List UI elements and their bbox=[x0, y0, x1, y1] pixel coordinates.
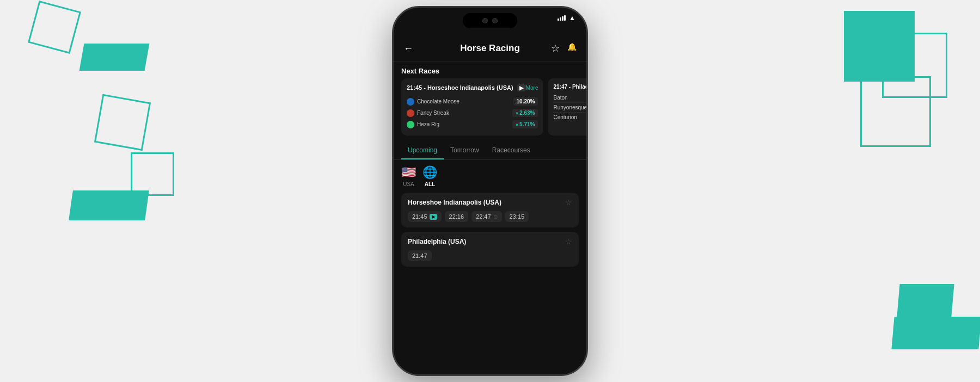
live-badge: ▶ bbox=[430, 214, 437, 220]
bookmark-icon-1: ⊙ bbox=[493, 214, 498, 220]
phone-frame: ▲ ← Horse Racing ☆ 🔔 Next Races bbox=[392, 6, 588, 376]
time-value-2: 22:16 bbox=[449, 213, 464, 220]
time-chip-1[interactable]: 21:45 ▶ bbox=[408, 211, 442, 222]
horse-row-1: Chocolate Moose 10.20% bbox=[407, 96, 538, 107]
times-row-2: 21:47 bbox=[408, 250, 572, 261]
race-title-1: 21:45 - Horseshoe Indianapolis (USA) ▶ bbox=[407, 84, 526, 91]
bg-decoration-1 bbox=[28, 1, 81, 54]
next-races-title: Next Races bbox=[394, 61, 586, 78]
time-chip-3[interactable]: 22:47 ⊙ bbox=[471, 211, 502, 222]
venue-header-1: Horseshoe Indianapolis (USA) ☆ bbox=[408, 198, 572, 207]
times-row-1: 21:45 ▶ 22:16 22:47 ⊙ 23:15 bbox=[408, 211, 572, 222]
screen-header: ← Horse Racing ☆ 🔔 bbox=[394, 35, 586, 61]
favorite-button[interactable]: ☆ bbox=[551, 42, 560, 54]
tab-upcoming[interactable]: Upcoming bbox=[401, 141, 444, 159]
video-icon: ▶ bbox=[517, 84, 526, 91]
filter-all[interactable]: 🌐 ALL bbox=[422, 165, 437, 187]
venue-card-1[interactable]: Horseshoe Indianapolis (USA) ☆ 21:45 ▶ 2… bbox=[401, 193, 579, 227]
time-value-1: 21:45 bbox=[412, 213, 427, 220]
flag-mexico-icon bbox=[407, 121, 414, 128]
flag-blue-icon bbox=[407, 98, 414, 106]
bg-decoration-8 bbox=[860, 76, 931, 147]
status-bar: ▲ bbox=[558, 14, 575, 22]
tabs-row: Upcoming Tomorrow Racecourses bbox=[394, 141, 586, 160]
odds-3: »5.71% bbox=[512, 120, 538, 128]
camera-pill bbox=[463, 13, 517, 28]
race-title-2: 21:47 - Philadel... bbox=[553, 84, 586, 90]
odds-2: »2.63% bbox=[512, 109, 538, 117]
filter-usa-label: USA bbox=[403, 181, 414, 187]
horse-name-2: Fancy Streak bbox=[417, 110, 512, 116]
time-value-5: 21:47 bbox=[412, 252, 427, 259]
venue-name-2: Philadelphia (USA) bbox=[408, 238, 466, 245]
venue-name-1: Horseshoe Indianapolis (USA) bbox=[408, 199, 501, 206]
globe-icon: 🌐 bbox=[422, 165, 437, 180]
notifications-button[interactable]: 🔔 bbox=[567, 42, 577, 54]
partial-horse-3: Centurion bbox=[553, 113, 586, 122]
race-card-header-1: 21:45 - Horseshoe Indianapolis (USA) ▶ M… bbox=[407, 84, 538, 91]
odds-1: 10.20% bbox=[513, 97, 538, 106]
horse-row-3: Heza Rig »5.71% bbox=[407, 119, 538, 130]
time-chip-2[interactable]: 22:16 bbox=[445, 211, 469, 222]
time-chip-4[interactable]: 23:15 bbox=[505, 211, 529, 222]
bg-decoration-5 bbox=[131, 152, 174, 196]
front-sensor bbox=[492, 18, 498, 23]
venue-fav-1[interactable]: ☆ bbox=[565, 198, 572, 207]
filter-all-label: ALL bbox=[425, 181, 435, 187]
back-button[interactable]: ← bbox=[403, 43, 413, 54]
camera-dot bbox=[482, 18, 488, 23]
signal-icon bbox=[558, 15, 566, 21]
next-races-scroll: 21:45 - Horseshoe Indianapolis (USA) ▶ M… bbox=[394, 78, 586, 141]
bg-decoration-2 bbox=[79, 44, 150, 71]
filter-usa[interactable]: 🇺🇸 USA bbox=[401, 165, 416, 187]
time-chip-5[interactable]: 21:47 bbox=[408, 250, 432, 261]
usa-flag-icon: 🇺🇸 bbox=[401, 165, 416, 180]
wifi-icon: ▲ bbox=[569, 14, 575, 22]
filter-row: 🇺🇸 USA 🌐 ALL bbox=[394, 160, 586, 193]
horse-row-2: Fancy Streak »2.63% bbox=[407, 107, 538, 119]
bg-decoration-10 bbox=[897, 284, 954, 317]
horse-name-1: Chocolate Moose bbox=[417, 98, 513, 104]
phone-device: ▲ ← Horse Racing ☆ 🔔 Next Races bbox=[392, 6, 588, 376]
header-actions: ☆ 🔔 bbox=[551, 42, 577, 54]
tab-racecourses[interactable]: Racecourses bbox=[486, 141, 537, 159]
time-value-4: 23:15 bbox=[510, 213, 525, 220]
bg-decoration-9 bbox=[891, 317, 980, 349]
phone-notch: ▲ bbox=[394, 8, 586, 35]
tab-tomorrow[interactable]: Tomorrow bbox=[444, 141, 486, 159]
bg-decoration-3 bbox=[94, 94, 151, 151]
time-value-3: 22:47 bbox=[476, 213, 491, 220]
page-title: Horse Racing bbox=[460, 43, 520, 54]
venue-header-2: Philadelphia (USA) ☆ bbox=[408, 237, 572, 246]
venue-card-2[interactable]: Philadelphia (USA) ☆ 21:47 bbox=[401, 232, 579, 267]
race-card-2[interactable]: 21:47 - Philadel... Baton Runyonesque Ce… bbox=[548, 78, 586, 135]
flag-red-icon bbox=[407, 109, 414, 117]
horse-name-3: Heza Rig bbox=[417, 121, 512, 127]
phone-screen: ← Horse Racing ☆ 🔔 Next Races 21:45 - Ho… bbox=[394, 35, 586, 374]
race-card-1[interactable]: 21:45 - Horseshoe Indianapolis (USA) ▶ M… bbox=[401, 78, 543, 135]
venue-fav-2[interactable]: ☆ bbox=[565, 237, 572, 246]
more-button-1[interactable]: More bbox=[526, 85, 538, 91]
partial-horse-2: Runyonesque bbox=[553, 103, 586, 113]
partial-horse-1: Baton bbox=[553, 93, 586, 103]
